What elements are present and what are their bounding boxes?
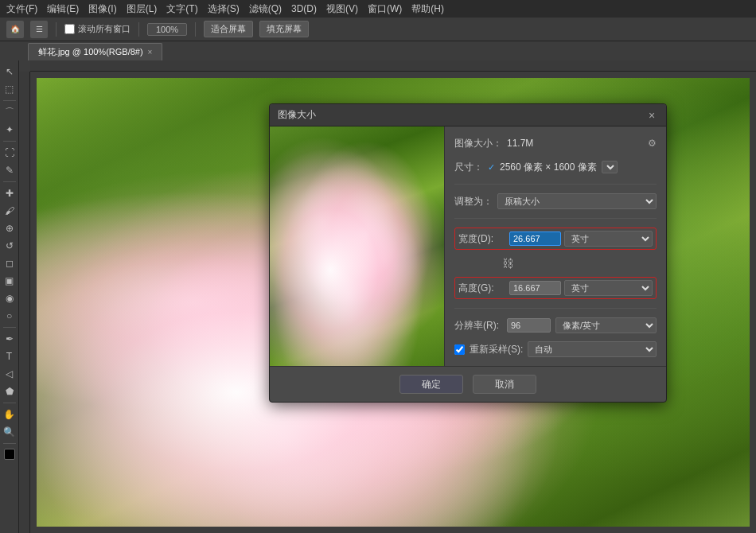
tab-bar: 鲜花.jpg @ 100%(RGB/8#) ×	[0, 41, 756, 60]
file-tab[interactable]: 鲜花.jpg @ 100%(RGB/8#) ×	[28, 43, 162, 60]
dialog-settings: 图像大小： 11.7M ⚙ 尺寸： ✓ 2560 像素 × 1600 像素 ▾	[445, 126, 666, 366]
tool-separator-5	[3, 403, 16, 403]
foreground-color[interactable]	[4, 449, 15, 460]
tool-separator-6	[3, 443, 16, 444]
eraser-tool[interactable]: ◻	[2, 255, 18, 271]
fill-screen-button[interactable]: 填充屏幕	[259, 21, 309, 37]
menu-item-layer[interactable]: 图层(L)	[127, 2, 158, 16]
height-unit-select[interactable]: 英寸	[564, 280, 653, 296]
menu-item-view[interactable]: 视图(V)	[326, 2, 358, 16]
menu-item-3d[interactable]: 3D(D)	[291, 3, 317, 14]
shape-tool[interactable]: ⬟	[2, 383, 18, 399]
height-row: 高度(G): 英寸	[454, 277, 657, 299]
scroll-all-check[interactable]: 滚动所有窗口	[64, 23, 131, 35]
eyedropper-tool[interactable]: ✎	[2, 162, 18, 178]
type-tool[interactable]: T	[2, 348, 18, 364]
tab-label: 鲜花.jpg @ 100%(RGB/8#)	[38, 46, 143, 58]
pen-tool[interactable]: ✒	[2, 331, 18, 347]
resample-checkbox[interactable]	[454, 344, 465, 355]
marquee-tool[interactable]: ⬚	[2, 81, 18, 97]
crop-tool[interactable]: ⛶	[2, 145, 18, 161]
toolbar-separator-3	[195, 22, 196, 37]
wand-tool[interactable]: ✦	[2, 122, 18, 138]
toolbar-separator-1	[56, 22, 57, 37]
canvas-area[interactable]: 图像大小 × − 100% +	[19, 60, 756, 533]
toolbox: ↖ ⬚ ⌒ ✦ ⛶ ✎ ✚ 🖌 ⊕ ↺ ◻ ▣ ◉ ○ ✒ T ◁ ⬟ ✋ 🔍	[0, 60, 19, 533]
scroll-all-checkbox[interactable]	[64, 24, 75, 34]
path-tool[interactable]: ◁	[2, 366, 18, 382]
dialog-title-bar: 图像大小 ×	[270, 104, 666, 126]
fit-label: 调整为：	[454, 195, 493, 208]
workspace: ↖ ⬚ ⌒ ✦ ⛶ ✎ ✚ 🖌 ⊕ ↺ ◻ ▣ ◉ ○ ✒ T ◁ ⬟ ✋ 🔍	[0, 60, 756, 533]
separator-1	[454, 184, 657, 185]
dimension-unit-select[interactable]: ▾	[602, 161, 618, 173]
dialog-close-button[interactable]: ×	[645, 109, 658, 122]
lasso-tool[interactable]: ⌒	[2, 104, 18, 120]
ok-button[interactable]: 确定	[399, 375, 463, 394]
fit-select[interactable]: 原稿大小	[497, 193, 657, 209]
blur-tool[interactable]: ◉	[2, 290, 18, 306]
zoom-tool[interactable]: 🔍	[2, 424, 18, 440]
dialog-body: − 100% + 图像大小： 11.7M ⚙	[270, 126, 666, 366]
history-tool[interactable]: ↺	[2, 238, 18, 254]
fit-screen-button[interactable]: 适合屏幕	[204, 21, 253, 37]
menu-item-text[interactable]: 文字(T)	[166, 2, 197, 16]
resolution-row: 分辨率(R): 像素/英寸	[454, 317, 657, 334]
brush-tool[interactable]: 🖌	[2, 203, 18, 219]
separator-3	[454, 308, 657, 309]
resample-label: 重新采样(S):	[470, 343, 523, 356]
scroll-all-label: 滚动所有窗口	[78, 23, 131, 35]
tool-separator-1	[3, 100, 16, 101]
height-label: 高度(G):	[458, 282, 506, 295]
ruler-horizontal	[30, 60, 756, 72]
resolution-label: 分辨率(R):	[454, 319, 502, 333]
resolution-unit-select[interactable]: 像素/英寸	[555, 317, 657, 333]
menu-bar: 文件(F) 编辑(E) 图像(I) 图层(L) 文字(T) 选择(S) 滤镜(Q…	[0, 0, 756, 18]
link-row: ⛓	[454, 257, 657, 270]
dialog-title: 图像大小	[278, 108, 316, 122]
tab-close-button[interactable]: ×	[148, 48, 153, 56]
size-value: 11.7M	[507, 138, 533, 149]
image-size-dialog[interactable]: 图像大小 × − 100% +	[269, 103, 667, 403]
dodge-tool[interactable]: ○	[2, 308, 18, 324]
dimension-value: 2560 像素 × 1600 像素	[500, 161, 597, 174]
dimension-label: 尺寸：	[454, 161, 483, 174]
menu-item-file[interactable]: 文件(F)	[6, 2, 37, 16]
resample-select[interactable]: 自动	[528, 341, 657, 357]
healing-tool[interactable]: ✚	[2, 185, 18, 201]
resolution-input[interactable]	[507, 318, 551, 333]
move-tool[interactable]: ↖	[2, 64, 18, 80]
menu-item-filter[interactable]: 滤镜(Q)	[249, 2, 282, 16]
ruler-vertical	[19, 72, 30, 533]
zoom-percent[interactable]: 100%	[147, 23, 187, 36]
width-label: 宽度(D):	[458, 232, 506, 246]
separator-2	[454, 218, 657, 219]
menu-item-select[interactable]: 选择(S)	[208, 2, 240, 16]
toolbar: 🏠 ☰ 滚动所有窗口 100% 适合屏幕 填充屏幕	[0, 18, 756, 41]
menu-item-window[interactable]: 窗口(W)	[368, 2, 402, 16]
tool-separator-2	[3, 141, 16, 142]
fit-row: 调整为： 原稿大小	[454, 193, 657, 210]
tool-separator-4	[3, 327, 16, 328]
menu-item-image[interactable]: 图像(I)	[88, 2, 116, 16]
width-row: 宽度(D): 英寸	[454, 228, 657, 250]
toolbar-home-icon[interactable]: 🏠	[6, 21, 24, 38]
menu-item-help[interactable]: 帮助(H)	[411, 2, 444, 16]
preview-image	[270, 126, 444, 366]
menu-item-edit[interactable]: 编辑(E)	[47, 2, 79, 16]
toolbar-menu-icon[interactable]: ☰	[30, 21, 48, 38]
width-unit-select[interactable]: 英寸	[564, 231, 653, 247]
resample-row: 重新采样(S): 自动	[454, 340, 657, 358]
height-input[interactable]	[509, 281, 561, 295]
clone-tool[interactable]: ⊕	[2, 220, 18, 236]
gradient-tool[interactable]: ▣	[2, 273, 18, 289]
size-label: 图像大小：	[454, 137, 502, 150]
tool-separator-3	[3, 181, 16, 182]
gear-icon[interactable]: ⚙	[648, 138, 657, 149]
dialog-preview: − 100% +	[270, 126, 445, 366]
width-input[interactable]	[509, 231, 561, 246]
hand-tool[interactable]: ✋	[2, 407, 18, 422]
cancel-button[interactable]: 取消	[473, 375, 536, 394]
toolbar-separator-2	[138, 22, 139, 37]
canvas-content[interactable]: 图像大小 × − 100% +	[30, 72, 756, 533]
